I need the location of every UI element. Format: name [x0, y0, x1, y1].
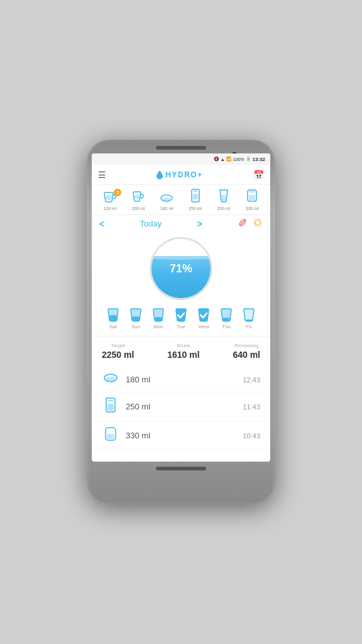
drink-ml-3: 250 ml — [189, 206, 202, 211]
water-circle-container: 71% — [92, 232, 270, 304]
log-entry-2[interactable]: 330 ml 10:43 — [92, 421, 270, 450]
drink-icon-4 — [218, 189, 229, 205]
top-bar: ☰ HYDRO+ 📅 — [92, 165, 270, 185]
svg-rect-24 — [107, 404, 114, 411]
status-icons: 🔇 ▲ 📶 100% 🔋 13:32 — [214, 157, 265, 162]
day-item-sun[interactable]: Sun — [127, 308, 145, 330]
day-cup-thu — [217, 308, 235, 323]
phone-frame: 🔇 ▲ 📶 100% 🔋 13:32 ☰ HYDRO+ 📅 5 — [87, 140, 275, 504]
log-time-2: 10:43 — [243, 432, 260, 440]
day-item-tue[interactable]: Tue — [172, 308, 190, 330]
battery-text: 100% — [233, 157, 244, 162]
drink-item-5[interactable]: 330 ml — [239, 189, 265, 211]
drink-item-0[interactable]: 5 128 ml — [97, 191, 123, 211]
drink-icon-1 — [131, 191, 145, 205]
log-time-0: 12:43 — [243, 376, 260, 384]
day-item-wed[interactable]: Wed — [195, 308, 212, 330]
drink-ml-2: 180 ml — [160, 206, 173, 211]
day-item-fri[interactable]: Fri — [240, 308, 258, 330]
stat-remaining-label: Remaining — [234, 343, 258, 348]
nav-icons — [238, 218, 263, 230]
drink-icon-5 — [246, 189, 258, 205]
badge-0: 5 — [114, 189, 121, 196]
stat-target: Target 2250 ml — [102, 343, 134, 360]
day-item-sat[interactable]: Sat — [104, 308, 122, 330]
day-cup-wed — [195, 308, 212, 323]
day-label-wed: Wed — [199, 324, 209, 330]
next-arrow[interactable]: > — [197, 219, 202, 229]
day-label-thu: Thu — [222, 324, 231, 330]
svg-line-18 — [260, 225, 261, 226]
day-label-tue: Tue — [177, 324, 185, 330]
drink-item-1[interactable]: 200 ml — [125, 191, 151, 211]
water-circle[interactable]: 71% — [150, 237, 212, 300]
wifi-icon: ▲ — [221, 157, 225, 162]
calendar-icon[interactable]: 📅 — [253, 170, 264, 180]
medication-icon[interactable] — [238, 218, 248, 230]
log-entry-0[interactable]: 180 ml 12:43 — [92, 367, 270, 392]
svg-rect-5 — [193, 194, 198, 199]
drink-ml-1: 200 ml — [131, 206, 145, 211]
svg-rect-27 — [107, 434, 114, 439]
log-section: 180 ml 12:43 250 ml 11:43 — [92, 365, 270, 453]
battery-icon: 🔋 — [246, 157, 251, 162]
app-title-container: HYDRO+ — [156, 170, 202, 179]
drink-item-3[interactable]: 250 ml — [182, 189, 208, 211]
svg-point-12 — [255, 220, 260, 225]
log-icon-0 — [102, 372, 119, 387]
nav-bar: < Today > — [92, 215, 270, 232]
hamburger-icon[interactable]: ☰ — [98, 170, 106, 180]
drink-ml-0: 128 ml — [103, 206, 116, 211]
signal-icon: 📶 — [226, 157, 232, 162]
log-amount-2: 330 ml — [126, 431, 236, 440]
drink-item-4[interactable]: 200 ml — [211, 189, 236, 211]
day-cup-fri — [240, 308, 258, 323]
log-amount-1: 250 ml — [126, 402, 236, 411]
stat-remaining-value: 640 ml — [233, 350, 260, 360]
log-amount-0: 180 ml — [126, 375, 236, 384]
drink-ml-5: 330 ml — [246, 206, 259, 211]
day-cup-sun — [127, 308, 145, 323]
log-icon-1 — [102, 397, 119, 416]
stat-drunk-value: 1610 ml — [167, 350, 199, 360]
drink-item-2[interactable]: 180 ml — [154, 194, 180, 211]
speaker-top — [156, 146, 206, 150]
drink-types-row: 5 128 ml 200 — [92, 185, 270, 215]
app-title: HYDRO+ — [165, 170, 202, 179]
nav-title: Today — [140, 219, 162, 228]
drink-ml-4: 200 ml — [217, 206, 230, 211]
svg-line-17 — [255, 219, 255, 220]
svg-point-3 — [162, 197, 171, 201]
stat-remaining: Remaining 640 ml — [233, 343, 260, 360]
day-cup-mon — [150, 308, 167, 323]
log-time-1: 11:43 — [243, 403, 260, 411]
svg-rect-8 — [249, 195, 255, 200]
day-label-mon: Mon — [153, 324, 163, 330]
prev-arrow[interactable]: < — [99, 219, 104, 229]
day-indicators: Sat Sun Mon — [92, 304, 270, 333]
mute-icon: 🔇 — [214, 157, 219, 162]
svg-point-1 — [134, 195, 140, 199]
water-drop-icon — [156, 170, 163, 179]
stat-drunk: Drunk 1610 ml — [167, 343, 199, 360]
day-label-sat: Sat — [109, 324, 117, 330]
stat-drunk-label: Drunk — [177, 343, 190, 348]
day-item-thu[interactable]: Thu — [217, 308, 235, 330]
drink-icon-3 — [190, 189, 200, 205]
svg-point-22 — [106, 377, 116, 382]
sun-icon[interactable] — [253, 218, 263, 230]
drink-icon-2 — [160, 194, 173, 205]
day-label-sun: Sun — [131, 324, 140, 330]
stat-target-label: Target — [111, 343, 125, 348]
day-cup-sat — [104, 308, 122, 323]
day-cup-tue — [172, 308, 190, 323]
day-label-fri: Fri — [246, 324, 251, 330]
water-percent: 71% — [170, 262, 192, 275]
status-bar: 🔇 ▲ 📶 100% 🔋 13:32 — [92, 153, 270, 165]
log-entry-1[interactable]: 250 ml 11:43 — [92, 392, 270, 421]
svg-line-20 — [255, 225, 255, 226]
svg-point-0 — [106, 195, 112, 200]
stats-section: Target 2250 ml Drunk 1610 ml Remaining 6… — [92, 336, 270, 365]
stat-target-value: 2250 ml — [102, 350, 134, 360]
day-item-mon[interactable]: Mon — [150, 308, 167, 330]
